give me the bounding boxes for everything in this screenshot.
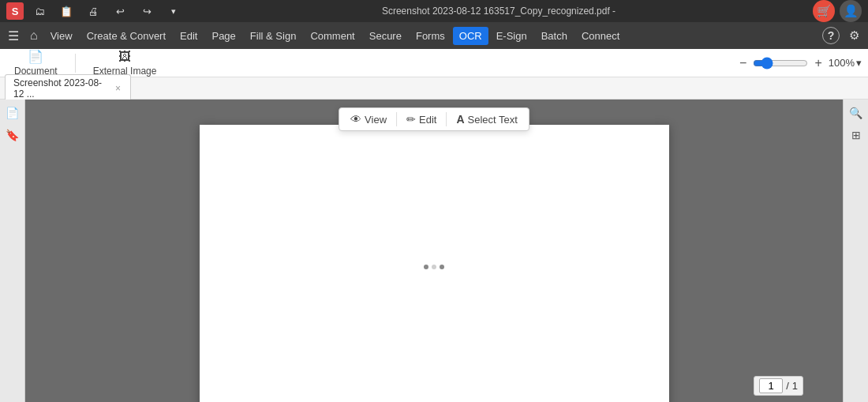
toolbar-right: − + 100% ▾ <box>736 54 862 72</box>
user-button[interactable]: 👤 <box>840 0 862 22</box>
nav-item-page[interactable]: Page <box>205 27 241 45</box>
settings-button[interactable]: ⚙ <box>843 24 865 47</box>
bookmark-panel-button[interactable]: 🔖 <box>3 126 21 144</box>
current-page-input[interactable] <box>759 378 783 393</box>
main-content: 📄 🔖 👁 View ✏ Edit A Select Text <box>0 100 868 402</box>
toolbar-bar: 📄 Document 🖼 External Image − + 100% ▾ <box>0 49 868 77</box>
loading-spinner <box>424 265 444 269</box>
center-area: 👁 View ✏ Edit A Select Text <box>25 100 843 402</box>
view-button[interactable]: 📋 <box>55 0 77 22</box>
edit-icon: ✏ <box>406 113 416 126</box>
nav-item-view[interactable]: View <box>44 27 79 45</box>
nav-item-edit[interactable]: Edit <box>174 27 204 45</box>
select-text-icon: A <box>456 113 464 126</box>
nav-item-create-convert[interactable]: Create & Convert <box>80 27 172 45</box>
ocr-view-button[interactable]: 👁 View <box>344 111 393 128</box>
ocr-view-label: View <box>365 114 387 126</box>
ocr-edit-label: Edit <box>419 114 436 126</box>
top-bar-right: 🛒 👤 <box>813 0 862 22</box>
ocr-toolbar: 👁 View ✏ Edit A Select Text <box>339 107 529 131</box>
search-panel-button[interactable]: 🔍 <box>847 104 865 122</box>
app-icon-button[interactable]: S <box>6 2 24 20</box>
hamburger-menu-button[interactable]: ☰ <box>3 25 24 47</box>
doc-canvas <box>25 131 843 402</box>
doc-page <box>200 125 669 403</box>
ocr-select-text-label: Select Text <box>468 114 518 126</box>
toolbar-tab-external-image[interactable]: 🖼 External Image <box>85 48 165 78</box>
file-tab-close-button[interactable]: × <box>114 84 122 93</box>
zoom-slider[interactable] <box>753 57 808 70</box>
nav-item-batch[interactable]: Batch <box>535 27 574 45</box>
view-icon: 👁 <box>350 113 361 126</box>
page-thumbnail-button[interactable]: 📄 <box>3 104 21 122</box>
nav-item-connect[interactable]: Connect <box>575 27 626 45</box>
spinner-dot-3 <box>440 265 444 269</box>
page-navigation-bar: / 1 <box>754 376 803 396</box>
nav-item-fill-sign[interactable]: Fill & Sign <box>244 27 303 45</box>
right-panel: 🔍 ⊞ <box>843 100 868 402</box>
zoom-value: 100% ▾ <box>829 57 862 69</box>
top-bar: S 🗂 📋 🖨 ↩ ↪ ▾ Screenshot 2023-08-12 1635… <box>0 0 868 22</box>
nav-item-esign[interactable]: E-Sign <box>490 27 533 45</box>
tab-strip: Screenshot 2023-08-12 ... × <box>0 77 868 100</box>
zoom-dropdown-icon[interactable]: ▾ <box>856 57 862 69</box>
nav-item-forms[interactable]: Forms <box>410 27 451 45</box>
print-button[interactable]: 🖨 <box>82 0 104 22</box>
help-button[interactable]: ? <box>822 27 840 44</box>
properties-panel-button[interactable]: ⊞ <box>849 126 863 144</box>
window-title: Screenshot 2023-08-12 163517_Copy_recogn… <box>185 6 813 17</box>
ocr-edit-button[interactable]: ✏ Edit <box>400 111 443 128</box>
redo-button[interactable]: ↪ <box>136 0 158 22</box>
save-button[interactable]: 🗂 <box>28 0 51 22</box>
home-button[interactable]: ⌂ <box>25 25 43 46</box>
cart-button[interactable]: 🛒 <box>813 0 835 22</box>
document-tab-icon: 📄 <box>28 49 43 64</box>
spinner-dot-1 <box>424 265 428 269</box>
toolbar-divider <box>75 54 76 73</box>
more-button[interactable]: ▾ <box>163 0 185 22</box>
nav-bar: ☰ ⌂ View Create & Convert Edit Page Fill… <box>0 22 868 49</box>
zoom-percent: 100% <box>829 57 855 69</box>
nav-right: ? ⚙ <box>822 24 865 47</box>
file-tab-label: Screenshot 2023-08-12 ... <box>13 77 110 100</box>
ocr-separator-2 <box>446 112 447 126</box>
left-panel: 📄 🔖 <box>0 100 25 402</box>
undo-button[interactable]: ↩ <box>109 0 131 22</box>
top-bar-left: S 🗂 📋 🖨 ↩ ↪ ▾ <box>6 0 185 22</box>
zoom-in-button[interactable]: + <box>811 54 825 72</box>
zoom-out-button[interactable]: − <box>736 54 750 72</box>
ocr-select-text-button[interactable]: A Select Text <box>450 111 523 128</box>
file-tab[interactable]: Screenshot 2023-08-12 ... × <box>5 74 131 102</box>
nav-item-comment[interactable]: Comment <box>304 27 361 45</box>
nav-item-secure[interactable]: Secure <box>363 27 408 45</box>
total-pages: 1 <box>792 380 798 392</box>
spinner-dot-2 <box>432 265 436 269</box>
page-separator: / <box>786 380 789 392</box>
external-image-tab-icon: 🖼 <box>118 50 131 64</box>
nav-item-ocr[interactable]: OCR <box>453 27 488 45</box>
ocr-separator-1 <box>396 112 397 126</box>
